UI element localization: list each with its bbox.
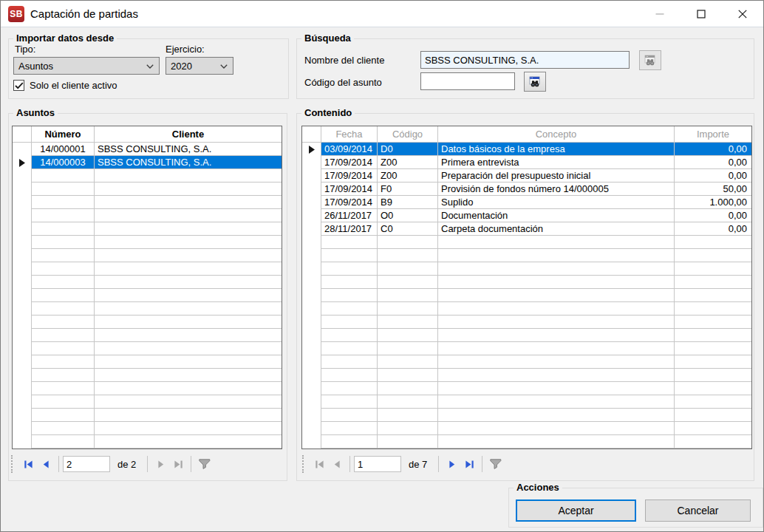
previous-page-button[interactable] [37, 455, 55, 473]
grid-cell[interactable]: Documentación [438, 209, 675, 222]
contenido-row[interactable]: 28/11/2017C0Carpeta documentación0,00 [302, 222, 751, 236]
contenido-row[interactable]: 17/09/2014Z00Preparación del presupuesto… [302, 169, 751, 183]
previous-page-button[interactable] [328, 455, 346, 473]
row-selector-cell [13, 395, 32, 409]
grid-cell [32, 395, 95, 409]
asuntos-row[interactable]: 14/000003SBSS CONSULTING, S.A. [13, 156, 282, 169]
grid-cell[interactable]: SBSS CONSULTING, S.A. [95, 143, 282, 156]
first-page-button[interactable] [310, 455, 328, 473]
grid-header-row: FechaCódigoConceptoImporte [302, 126, 751, 143]
row-selector-cell [302, 156, 321, 169]
row-selector-cell [13, 196, 32, 209]
check-icon [15, 82, 24, 89]
next-page-icon [157, 460, 165, 468]
grid-cell [95, 422, 282, 435]
grid-cell[interactable]: C0 [378, 222, 438, 236]
grid-cell [675, 329, 751, 342]
grid-cell[interactable]: Z00 [378, 156, 438, 169]
grid-cell[interactable]: 17/09/2014 [321, 183, 378, 196]
asuntos-row [13, 276, 282, 289]
acciones-group-title: Acciones [514, 482, 562, 494]
grid-cell[interactable]: 0,00 [675, 222, 751, 236]
filter-button[interactable] [195, 455, 214, 473]
grid-cell[interactable]: 17/09/2014 [321, 196, 378, 209]
contenido-row [302, 262, 751, 276]
next-page-button[interactable] [443, 455, 460, 473]
grid-cell [675, 395, 751, 409]
chevron-down-icon [220, 64, 228, 69]
grid-cell[interactable]: Suplido [438, 196, 675, 209]
grid-cell [32, 249, 95, 262]
grid-cell[interactable]: F0 [378, 183, 438, 196]
grid-cell [675, 236, 751, 249]
matter-search-button[interactable] [524, 72, 546, 92]
filter-button[interactable] [486, 455, 505, 473]
asuntos-row[interactable]: 14/000001SBSS CONSULTING, S.A. [13, 143, 282, 156]
previous-page-icon [333, 460, 341, 468]
asuntos-row [13, 369, 282, 382]
grid-cell[interactable]: 14/000003 [32, 156, 95, 169]
page-position-input[interactable] [63, 456, 110, 472]
contenido-row[interactable]: 17/09/2014B9Suplido1.000,00 [302, 196, 751, 209]
contenido-row[interactable]: 26/11/2017O0Documentación0,00 [302, 209, 751, 222]
toolbar-grip[interactable] [302, 455, 306, 473]
grid-cell [95, 222, 282, 236]
asuntos-row [13, 209, 282, 222]
grid-cell[interactable]: Z00 [378, 169, 438, 183]
grid-cell [32, 355, 95, 369]
grid-cell [95, 196, 282, 209]
matter-code-input[interactable] [420, 72, 515, 90]
grid-cell[interactable]: Preparación del presupuesto inicial [438, 169, 675, 183]
next-page-button[interactable] [151, 455, 169, 473]
row-selector-cell [302, 209, 321, 222]
first-page-button[interactable] [19, 455, 37, 473]
grid-cell[interactable]: 03/09/2014 [321, 143, 378, 156]
grid-cell[interactable]: 0,00 [675, 169, 751, 183]
last-page-button[interactable] [460, 455, 478, 473]
grid-cell[interactable]: 26/11/2017 [321, 209, 378, 222]
separator [349, 456, 350, 472]
grid-cell[interactable]: 17/09/2014 [321, 169, 378, 183]
row-selector-cell [302, 369, 321, 382]
grid-cell[interactable]: D0 [378, 143, 438, 156]
grid-cell [438, 236, 675, 249]
asuntos-row [13, 342, 282, 355]
asuntos-row [13, 382, 282, 395]
contenido-row[interactable]: 17/09/2014Z00Primera entrevista0,00 [302, 156, 751, 169]
contenido-row[interactable]: 03/09/2014D0Datos básicos de la empresa0… [302, 143, 751, 156]
contenido-row[interactable]: 17/09/2014F0Provisión de fondos número 1… [302, 183, 751, 196]
grid-cell[interactable]: Primera entrevista [438, 156, 675, 169]
grid-cell[interactable]: 0,00 [675, 209, 751, 222]
grid-cell[interactable]: Datos básicos de la empresa [438, 143, 675, 156]
grid-cell [32, 302, 95, 316]
grid-cell[interactable]: 50,00 [675, 183, 751, 196]
grid-cell[interactable]: B9 [378, 196, 438, 209]
grid-cell[interactable]: 1.000,00 [675, 196, 751, 209]
grid-cell [95, 249, 282, 262]
cancel-button[interactable]: Cancelar [645, 499, 751, 522]
ejercicio-select[interactable]: 2020 [166, 57, 233, 75]
grid-cell[interactable]: 14/000001 [32, 143, 95, 156]
client-name-input[interactable] [420, 51, 630, 69]
grid-cell[interactable]: Carpeta documentación [438, 222, 675, 236]
maximize-button[interactable] [681, 1, 722, 27]
last-page-button[interactable] [169, 455, 187, 473]
only-active-client-checkbox[interactable]: Solo el cliente activo [13, 80, 117, 91]
grid-cell[interactable]: O0 [378, 209, 438, 222]
grid-cell[interactable]: Provisión de fondos número 14/000005 [438, 183, 675, 196]
grid-cell[interactable]: 17/09/2014 [321, 156, 378, 169]
page-position-input[interactable] [354, 456, 401, 472]
close-button[interactable] [722, 1, 763, 27]
accept-button[interactable]: Aceptar [516, 499, 636, 522]
grid-cell[interactable]: SBSS CONSULTING, S.A. [95, 156, 282, 169]
grid-cell[interactable]: 0,00 [675, 156, 751, 169]
row-selector-cell [13, 289, 32, 302]
grid-cell[interactable]: 0,00 [675, 143, 751, 156]
tipo-select[interactable]: Asuntos [13, 57, 160, 75]
grid-cell[interactable]: 28/11/2017 [321, 222, 378, 236]
grid-cell [32, 409, 95, 422]
page-count-label: de 2 [117, 459, 136, 470]
toolbar-grip[interactable] [11, 455, 15, 473]
grid-cell [321, 342, 378, 355]
asuntos-row [13, 395, 282, 409]
